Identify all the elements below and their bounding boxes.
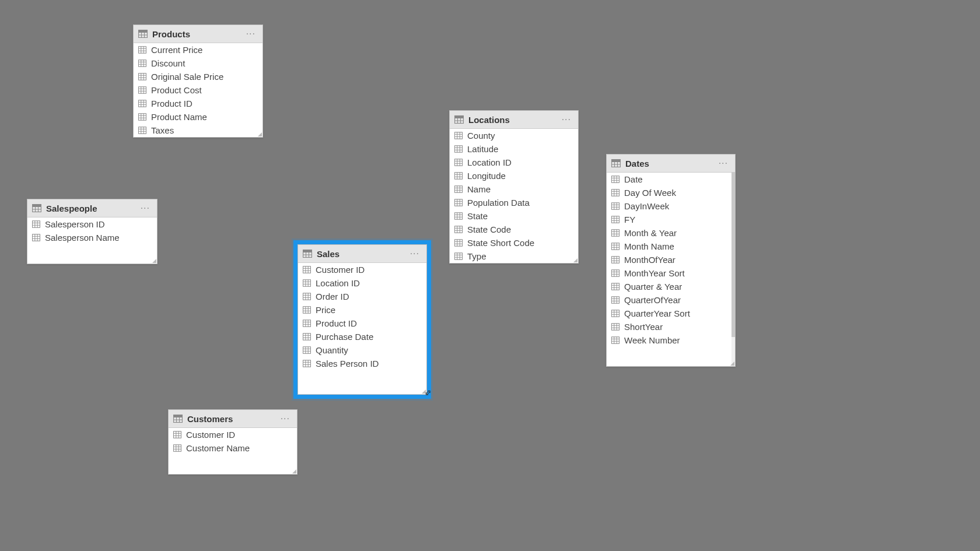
scrollbar[interactable] bbox=[732, 172, 735, 366]
resize-handle[interactable] bbox=[572, 257, 578, 263]
resize-handle[interactable] bbox=[151, 258, 157, 264]
field-label: Current Price bbox=[151, 45, 202, 55]
field-row[interactable]: Customer ID bbox=[169, 428, 297, 441]
scrollbar-thumb[interactable] bbox=[732, 172, 735, 337]
svg-rect-73 bbox=[303, 293, 310, 300]
field-row[interactable]: QuarterYear Sort bbox=[607, 307, 735, 320]
table-icon bbox=[454, 115, 464, 124]
field-row[interactable]: Product ID bbox=[134, 97, 262, 110]
field-row[interactable]: Product Name bbox=[134, 110, 262, 124]
table-header-salespeople[interactable]: Salespeople ··· bbox=[27, 199, 157, 217]
field-row[interactable]: Sales Person ID bbox=[298, 357, 426, 370]
column-icon bbox=[454, 145, 463, 153]
table-header-dates[interactable]: Dates ··· bbox=[607, 155, 735, 173]
field-label: Location ID bbox=[316, 278, 360, 288]
resize-handle[interactable] bbox=[421, 388, 426, 394]
table-header-customers[interactable]: Customers ··· bbox=[169, 410, 297, 428]
field-list-salespeople: Salesperson ID Salesperson Name bbox=[27, 217, 157, 244]
field-label: Quantity bbox=[316, 345, 348, 355]
table-icon bbox=[173, 415, 183, 423]
column-icon bbox=[454, 212, 463, 220]
svg-rect-154 bbox=[454, 253, 462, 259]
field-label: Week Number bbox=[624, 335, 680, 345]
field-row[interactable]: Month Name bbox=[607, 240, 735, 253]
field-row[interactable]: Latitude bbox=[450, 142, 578, 156]
svg-rect-144 bbox=[454, 226, 462, 233]
field-row[interactable]: Salesperson Name bbox=[27, 231, 157, 244]
field-row[interactable]: State Code bbox=[450, 223, 578, 236]
field-row[interactable]: Date bbox=[607, 173, 735, 186]
field-label: State Short Code bbox=[467, 238, 534, 248]
field-row[interactable]: Location ID bbox=[450, 156, 578, 169]
field-row[interactable]: Name bbox=[450, 183, 578, 196]
table-icon bbox=[138, 30, 148, 38]
resize-handle[interactable] bbox=[729, 360, 735, 366]
table-card-salespeople[interactable]: Salespeople ··· Salesperson ID Salespers… bbox=[27, 199, 158, 264]
more-options-icon[interactable]: ··· bbox=[559, 114, 573, 125]
field-row[interactable]: Type bbox=[450, 250, 578, 263]
column-icon bbox=[32, 234, 40, 241]
field-row[interactable]: State Short Code bbox=[450, 236, 578, 250]
table-title: Customers bbox=[187, 414, 278, 424]
field-row[interactable]: County bbox=[450, 129, 578, 142]
field-row[interactable]: MonthYear Sort bbox=[607, 266, 735, 280]
field-row[interactable]: Discount bbox=[134, 57, 262, 70]
table-card-products[interactable]: Products ··· Current Price Discount Orig… bbox=[133, 24, 263, 138]
field-row[interactable]: Salesperson ID bbox=[27, 217, 157, 231]
field-row[interactable]: ShortYear bbox=[607, 320, 735, 334]
table-card-sales[interactable]: Sales ··· Customer ID Location ID Order … bbox=[298, 244, 427, 395]
field-row[interactable]: Week Number bbox=[607, 334, 735, 347]
svg-rect-93 bbox=[303, 347, 310, 353]
column-icon bbox=[173, 444, 181, 452]
field-row[interactable]: Customer ID bbox=[298, 263, 426, 276]
resize-handle[interactable] bbox=[257, 131, 262, 137]
column-icon bbox=[454, 239, 463, 247]
more-options-icon[interactable]: ··· bbox=[138, 203, 152, 213]
column-icon bbox=[138, 113, 146, 121]
more-options-icon[interactable]: ··· bbox=[244, 29, 258, 39]
column-icon bbox=[611, 269, 620, 277]
field-row[interactable]: QuarterOfYear bbox=[607, 293, 735, 307]
more-options-icon[interactable]: ··· bbox=[716, 158, 730, 169]
field-row[interactable]: Product Cost bbox=[134, 83, 262, 97]
field-row[interactable]: MonthOfYear bbox=[607, 253, 735, 266]
field-row[interactable]: Location ID bbox=[298, 276, 426, 290]
table-header-products[interactable]: Products ··· bbox=[134, 25, 262, 43]
field-row[interactable]: Population Data bbox=[450, 196, 578, 209]
table-header-locations[interactable]: Locations ··· bbox=[450, 111, 578, 129]
field-row[interactable]: Current Price bbox=[134, 43, 262, 57]
table-card-customers[interactable]: Customers ··· Customer ID Customer Name bbox=[168, 409, 298, 475]
table-card-locations[interactable]: Locations ··· County Latitude Location I… bbox=[449, 110, 579, 264]
table-icon bbox=[32, 204, 41, 212]
table-header-sales[interactable]: Sales ··· bbox=[298, 245, 426, 263]
field-row[interactable]: Original Sale Price bbox=[134, 70, 262, 83]
resize-handle[interactable] bbox=[291, 468, 297, 474]
field-list-products: Current Price Discount Original Sale Pri… bbox=[134, 43, 262, 137]
table-card-dates[interactable]: Dates ··· Date Day Of Week DayInWeek FY … bbox=[606, 154, 736, 367]
field-row[interactable]: Quantity bbox=[298, 343, 426, 357]
field-row[interactable]: Month & Year bbox=[607, 226, 735, 240]
field-row[interactable]: State bbox=[450, 209, 578, 223]
column-icon bbox=[454, 172, 463, 180]
more-options-icon[interactable]: ··· bbox=[408, 248, 422, 259]
field-row[interactable]: Order ID bbox=[298, 290, 426, 303]
field-row[interactable]: DayInWeek bbox=[607, 199, 735, 213]
field-row[interactable]: Taxes bbox=[134, 124, 262, 137]
column-icon bbox=[138, 46, 146, 54]
field-row[interactable]: Customer Name bbox=[169, 441, 297, 455]
field-row[interactable]: Price bbox=[298, 303, 426, 317]
field-row[interactable]: FY bbox=[607, 213, 735, 226]
field-row[interactable]: Day Of Week bbox=[607, 186, 735, 199]
more-options-icon[interactable]: ··· bbox=[278, 413, 292, 424]
field-row[interactable]: Product ID bbox=[298, 317, 426, 330]
column-icon bbox=[611, 256, 620, 264]
svg-rect-119 bbox=[454, 159, 462, 166]
field-row[interactable]: Purchase Date bbox=[298, 330, 426, 343]
svg-rect-57 bbox=[303, 250, 312, 252]
svg-rect-114 bbox=[454, 146, 462, 152]
field-row[interactable]: Longitude bbox=[450, 169, 578, 183]
field-label: Population Data bbox=[467, 198, 530, 208]
svg-rect-83 bbox=[303, 320, 310, 327]
svg-rect-41 bbox=[33, 205, 41, 207]
field-row[interactable]: Quarter & Year bbox=[607, 280, 735, 293]
